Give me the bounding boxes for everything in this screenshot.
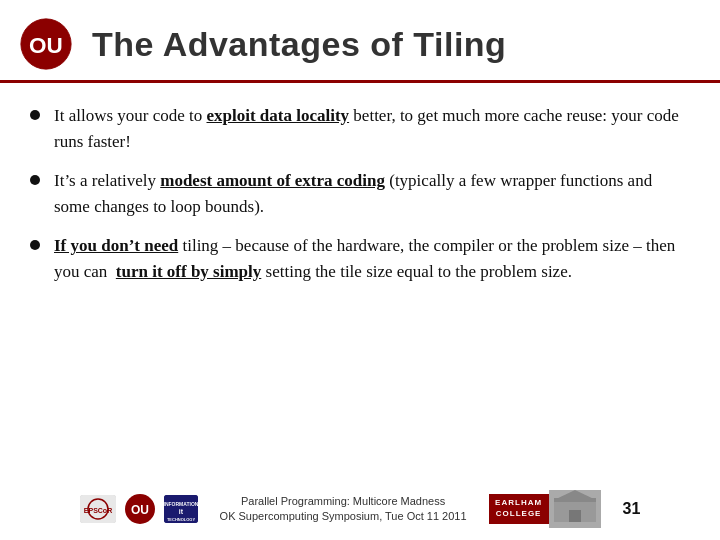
list-item: If you don’t need tiling – because of th…: [30, 233, 690, 284]
list-item: It allows your code to exploit data loca…: [30, 103, 690, 154]
svg-text:it: it: [178, 508, 183, 515]
footer-logos: EPSCoR OU INFORMATION it TECHNOLOGY: [80, 493, 198, 525]
svg-text:EPSCoR: EPSCoR: [83, 507, 111, 514]
emphasis-text: modest amount of extra coding: [160, 171, 385, 190]
it-logo: INFORMATION it TECHNOLOGY: [164, 495, 198, 523]
bullet-text: It allows your code to exploit data loca…: [54, 103, 690, 154]
ou-footer-logo: OU: [124, 493, 156, 525]
ou-logo: OU: [20, 18, 72, 70]
bullet-icon: [30, 175, 40, 185]
slide: OU The Advantages of Tiling It allows yo…: [0, 0, 720, 540]
slide-footer: EPSCoR OU INFORMATION it TECHNOLOGY Para…: [0, 490, 720, 528]
bullet-text: If you don’t need tiling – because of th…: [54, 233, 690, 284]
emphasis-text: If you don’t need: [54, 236, 178, 255]
earlham-badge: EARLHAMCOLLEGE: [489, 490, 601, 528]
bullet-text: It’s a relatively modest amount of extra…: [54, 168, 690, 219]
svg-text:OU: OU: [131, 503, 149, 517]
list-item: It’s a relatively modest amount of extra…: [30, 168, 690, 219]
emphasis-text: exploit data locality: [207, 106, 350, 125]
epscor-logo: EPSCoR: [80, 495, 116, 523]
svg-rect-13: [569, 510, 581, 522]
svg-text:INFORMATION: INFORMATION: [164, 501, 198, 507]
slide-content: It allows your code to exploit data loca…: [0, 93, 720, 308]
bullet-icon: [30, 110, 40, 120]
footer-text: Parallel Programming: Multicore Madness …: [220, 494, 467, 525]
building-image: [549, 490, 601, 528]
bullet-list: It allows your code to exploit data loca…: [30, 103, 690, 284]
slide-title: The Advantages of Tiling: [92, 25, 506, 64]
svg-text:OU: OU: [29, 33, 63, 58]
earlham-logo: EARLHAMCOLLEGE: [489, 494, 549, 524]
svg-text:TECHNOLOGY: TECHNOLOGY: [166, 517, 195, 522]
slide-header: OU The Advantages of Tiling: [0, 0, 720, 83]
footer-line2: OK Supercomputing Symposium, Tue Oct 11 …: [220, 509, 467, 524]
emphasis-text: turn it off by simply: [116, 262, 261, 281]
page-number: 31: [623, 500, 641, 518]
footer-line1: Parallel Programming: Multicore Madness: [220, 494, 467, 509]
bullet-icon: [30, 240, 40, 250]
